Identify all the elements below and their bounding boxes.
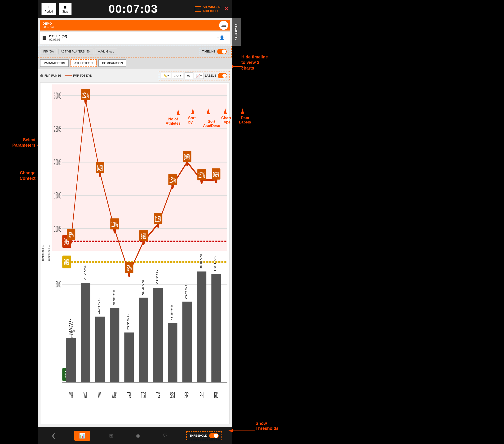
- add-player-button[interactable]: +👤: [214, 34, 227, 42]
- annotation-change-context: ChangeContext: [0, 170, 36, 181]
- menu-button[interactable]: [219, 21, 228, 30]
- session-header: DEMO 00:07:03: [40, 20, 230, 31]
- svg-text:197%: 197%: [184, 153, 190, 161]
- svg-marker-97: [191, 108, 195, 114]
- threshold-toggle[interactable]: [209, 433, 219, 438]
- svg-rect-33: [124, 333, 134, 383]
- stop-button[interactable]: ■ Stop: [59, 3, 72, 15]
- svg-text:TG1: TG1: [141, 390, 146, 400]
- athletes-sidebar-tab[interactable]: ATHLETES: [232, 18, 241, 46]
- svg-text:63%: 63%: [141, 279, 144, 295]
- active-players-button[interactable]: ACTIVE PLAYERS (50): [58, 49, 93, 54]
- table-icon: ▦: [136, 433, 141, 439]
- chart-type-button[interactable]: 📈 ▾: [194, 73, 204, 79]
- svg-text:77%: 77%: [83, 265, 86, 281]
- svg-text:WL: WL: [98, 390, 102, 400]
- svg-text:100%: 100%: [111, 220, 118, 229]
- header: + Period ■ Stop 00:07:03 VIEWING IN Edit…: [38, 0, 232, 18]
- svg-rect-37: [182, 302, 192, 383]
- drill-time: 00:07:03: [49, 38, 211, 41]
- timeline-toggle[interactable]: [217, 49, 227, 54]
- drill-stop-icon: [43, 36, 46, 40]
- header-right: VIEWING IN Edit mode ✕: [195, 5, 228, 13]
- nav-back[interactable]: ❮: [48, 431, 59, 441]
- svg-text:95%: 95%: [69, 231, 73, 239]
- svg-marker-100: [241, 108, 244, 114]
- chart-area: FMP RUN HI FMP TOT DYN 📏 ▾: [38, 69, 232, 427]
- nav-health[interactable]: ♡: [159, 431, 171, 441]
- svg-text:52%: 52%: [126, 264, 132, 272]
- svg-rect-32: [110, 308, 119, 383]
- header-left: + Period ■ Stop: [41, 3, 72, 15]
- svg-marker-98: [207, 108, 210, 114]
- svg-marker-99: [224, 108, 227, 114]
- svg-text:100%: 100%: [54, 224, 61, 234]
- health-icon: ♡: [163, 433, 167, 439]
- svg-text:TG: TG: [156, 390, 160, 400]
- svg-text:140%: 140%: [97, 164, 103, 172]
- period-button[interactable]: + Period: [41, 3, 56, 15]
- pip-group-button[interactable]: PIP (50): [41, 49, 56, 54]
- plus-icon: +: [48, 5, 50, 9]
- legend-bar-dot: [40, 74, 43, 77]
- svg-text:168%: 168%: [213, 170, 219, 178]
- sort-asc-desc-button[interactable]: ≡↕: [185, 72, 193, 79]
- legend-line-label: FMP TOT DYN: [73, 74, 92, 77]
- groups-bar: PIP (50) ACTIVE PLAYERS (50) + Add Group…: [38, 46, 232, 57]
- tabs-bar: PARAMETERS ATHLETES ▾ COMPARISON: [38, 57, 232, 69]
- timeline-label: TIMELINE: [202, 50, 215, 53]
- app-container: + Period ■ Stop 00:07:03 VIEWING IN Edit…: [38, 0, 232, 444]
- annotation-hide-timeline: Hide timelineto view 2charts: [241, 54, 268, 71]
- tablet-icon: [195, 6, 201, 12]
- chart-svg: 300% 250% 200% 150% 100% 50%: [52, 85, 227, 417]
- svg-rect-28: [66, 338, 76, 383]
- sort-by-button[interactable]: ↓AZ ▾: [172, 73, 183, 79]
- session-time: 00:07:03: [43, 25, 227, 29]
- timeline-toggle-container: TIMELINE: [200, 48, 229, 55]
- y-axis-label: THRESHOLD %: [48, 245, 50, 261]
- close-button[interactable]: ✕: [224, 6, 228, 12]
- svg-text:300%: 300%: [54, 91, 61, 101]
- period-label: Period: [45, 10, 53, 13]
- annotation-show-thresholds: ShowThresholds: [255, 421, 278, 431]
- svg-text:167%: 167%: [198, 171, 205, 179]
- svg-text:85%: 85%: [199, 253, 202, 269]
- svg-text:43%: 43%: [170, 305, 173, 320]
- svg-text:113%: 113%: [155, 214, 161, 223]
- ruler-button[interactable]: 📏 ▾: [161, 73, 171, 79]
- nav-chart-active[interactable]: 📊: [74, 431, 90, 441]
- labels-toggle[interactable]: [218, 73, 227, 78]
- svg-text:SR1: SR1: [184, 390, 190, 400]
- viewing-text: VIEWING IN Edit mode: [203, 5, 220, 13]
- comparison-tab[interactable]: COMPARISON: [98, 59, 126, 67]
- session-name: DEMO: [43, 22, 227, 25]
- nav-grid[interactable]: ⊞: [106, 431, 117, 441]
- add-group-button[interactable]: + Add Group: [95, 49, 117, 54]
- drill-info: DRILL 1 (50) 00:07:03: [49, 35, 211, 41]
- bottom-nav: ❮ 📊 ⊞ ▦ ♡ THRESHOLD: [38, 427, 232, 444]
- svg-rect-36: [168, 323, 177, 382]
- chart-wrapper: THRESHOLD % THRESHOLD % 300% 250% 200%: [40, 82, 230, 424]
- chart-toolbar: 📏 ▾ ↓AZ ▾ ≡↕ 📈 ▾: [159, 71, 230, 80]
- athletes-tab[interactable]: ATHLETES ▾: [71, 59, 97, 67]
- svg-rect-30: [81, 283, 90, 383]
- svg-text:83%: 83%: [214, 256, 216, 272]
- svg-rect-38: [197, 272, 206, 383]
- annotation-chart-type: ChartType: [221, 116, 231, 124]
- back-icon: ❮: [51, 433, 56, 439]
- annotation-data-labels: DataLabels: [239, 116, 251, 124]
- nav-table[interactable]: ▦: [132, 431, 144, 441]
- parameters-tab[interactable]: PARAMETERS: [40, 59, 69, 67]
- svg-text:163%: 163%: [169, 176, 176, 184]
- svg-rect-35: [153, 288, 163, 383]
- chart-legend: FMP RUN HI FMP TOT DYN: [40, 74, 156, 77]
- svg-marker-96: [177, 109, 180, 115]
- svg-text:WL: WL: [84, 390, 88, 400]
- stop-icon: ■: [64, 5, 67, 9]
- svg-rect-34: [139, 298, 148, 382]
- stop-label: Stop: [62, 10, 68, 13]
- svg-marker-101: [228, 429, 233, 432]
- session-area: DEMO 00:07:03 DRILL 1 (50) 00:07:03 +👤 A…: [38, 18, 232, 46]
- legend-bar-item: FMP RUN HI: [40, 74, 61, 77]
- svg-text:TR: TR: [127, 390, 131, 400]
